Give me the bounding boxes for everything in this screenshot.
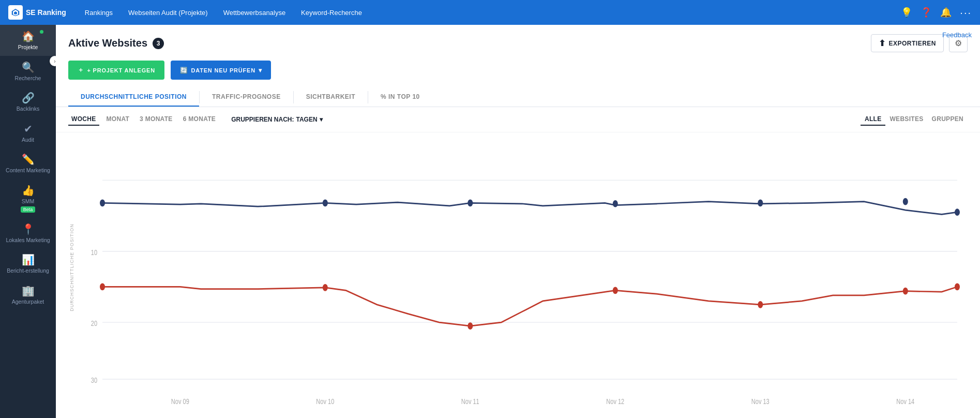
chart-controls: WOCHE MONAT 3 MONATE 6 MONATE GRUPPIEREN… (56, 107, 980, 132)
period-monat[interactable]: MONAT (103, 113, 133, 126)
sidebar-item-projekte[interactable]: 🏠 Projekte (0, 25, 56, 56)
svg-point-26 (613, 287, 618, 294)
daten-pruefen-label: DATEN NEU PRÜFEN (191, 67, 255, 73)
smm-beta-badge: Beta (21, 206, 36, 213)
group-by-value: TAGEN (296, 116, 317, 123)
home-icon: 🏠 (22, 31, 35, 41)
period-6monate[interactable]: 6 MONATE (180, 113, 219, 126)
chevron-down-icon: ▾ (259, 67, 262, 74)
sidebar-projekte-label: Projekte (18, 44, 38, 51)
chart-svg: 10 20 30 Nov 09 Nov 10 Nov 11 Nov 12 Nov… (87, 138, 968, 408)
sidebar-smm-label: SMM (22, 198, 35, 205)
report-icon: 📊 (22, 255, 35, 265)
bell-icon[interactable]: 🔔 (940, 8, 952, 17)
nav-webseiten-audit[interactable]: Webseiten Audit (Projekte) (122, 6, 214, 20)
sidebar-lokales-label: Lokales Marketing (6, 237, 50, 244)
action-buttons-row: ＋ + PROJEKT ANLEGEN 🔄 DATEN NEU PRÜFEN ▾ (68, 61, 968, 80)
help-icon[interactable]: ❓ (921, 8, 932, 17)
sidebar-agentur-label: Agenturpaket (12, 298, 44, 305)
svg-text:Nov 14: Nov 14 (896, 397, 914, 406)
nav-links: Rankings Webseiten Audit (Projekte) Wett… (79, 6, 889, 20)
sidebar-backlinks-label: Backlinks (17, 106, 39, 112)
website-count-badge: 3 (153, 38, 164, 49)
plus-icon: ＋ (78, 66, 84, 74)
sidebar-item-agenturpaket[interactable]: 🏢 Agenturpaket (0, 279, 56, 310)
sidebar-content-label: Content Marketing (6, 167, 50, 174)
svg-point-23 (100, 283, 105, 291)
tab-traffic-prognose[interactable]: TRAFFIC-PROGNOSE (200, 88, 293, 107)
location-icon: 📍 (22, 224, 35, 234)
logo-text: SE Ranking (26, 8, 66, 17)
gear-icon: ⚙ (955, 39, 962, 48)
nav-icons: 💡 ❓ 🔔 ··· (901, 7, 972, 19)
main-layout: › 🏠 Projekte 🔍 Recherche 🔗 Backlinks ✔ A… (0, 25, 980, 418)
svg-text:Nov 11: Nov 11 (461, 397, 479, 406)
sidebar-bericht-label: Bericht-erstellung (7, 267, 49, 274)
svg-text:Nov 09: Nov 09 (171, 397, 189, 406)
sidebar-item-recherche[interactable]: 🔍 Recherche (0, 56, 56, 87)
page-header-top: Aktive Websites 3 ⬆ EXPORTIEREN ⚙ (68, 34, 968, 52)
nav-wettbewerbsanalyse[interactable]: Wettbewerbsanalyse (217, 6, 292, 20)
audit-icon: ✔ (24, 124, 33, 134)
projekt-anlegen-button[interactable]: ＋ + PROJEKT ANLEGEN (68, 61, 164, 80)
sidebar-item-bericht-erstellung[interactable]: 📊 Bericht-erstellung (0, 248, 56, 279)
svg-point-22 (955, 208, 960, 216)
link-icon: 🔗 (22, 93, 35, 103)
svg-point-29 (955, 283, 960, 291)
view-tabs: ALLE WEBSITES GRUPPEN (861, 113, 968, 126)
feedback-button[interactable]: Feedback (942, 31, 972, 39)
view-gruppen[interactable]: GRUPPEN (928, 113, 968, 126)
sidebar-recherche-label: Recherche (15, 75, 41, 82)
page-header: Aktive Websites 3 ⬆ EXPORTIEREN ⚙ ＋ + P (56, 25, 980, 107)
chart-section: WOCHE MONAT 3 MONATE 6 MONATE GRUPPIEREN… (56, 107, 980, 418)
svg-point-28 (903, 288, 908, 295)
sidebar-item-backlinks[interactable]: 🔗 Backlinks (0, 86, 56, 117)
svg-point-24 (323, 284, 328, 291)
export-button[interactable]: ⬆ EXPORTIEREN (871, 34, 944, 52)
nav-rankings[interactable]: Rankings (79, 6, 119, 20)
projekt-anlegen-label: + PROJEKT ANLEGEN (87, 67, 155, 73)
svg-text:20: 20 (91, 319, 97, 327)
svg-text:Nov 13: Nov 13 (751, 397, 770, 406)
svg-text:10: 10 (91, 248, 97, 257)
period-3monate[interactable]: 3 MONATE (137, 113, 176, 126)
sidebar-audit-label: Audit (22, 137, 34, 143)
sidebar-item-content-marketing[interactable]: ✏️ Content Marketing (0, 148, 56, 179)
svg-text:Nov 12: Nov 12 (606, 397, 624, 406)
smm-icon: 👍 (22, 185, 35, 196)
refresh-icon: 🔄 (180, 67, 188, 74)
nav-keyword-recherche[interactable]: Keyword-Recherche (295, 6, 368, 20)
content-icon: ✏️ (22, 154, 35, 165)
sidebar: › 🏠 Projekte 🔍 Recherche 🔗 Backlinks ✔ A… (0, 25, 56, 418)
sidebar-item-lokales-marketing[interactable]: 📍 Lokales Marketing (0, 218, 56, 249)
y-axis-label: DURCHSCHNITTLICHE POSITION (69, 223, 74, 311)
group-by-label: GRUPPIEREN NACH: (231, 116, 294, 123)
chart-tabs-row: DURCHSCHNITTLICHE POSITION TRAFFIC-PROGN… (68, 88, 968, 107)
export-label: EXPORTIEREN (888, 40, 936, 47)
logo[interactable]: SE Ranking (8, 5, 66, 20)
view-alle[interactable]: ALLE (861, 113, 886, 126)
sidebar-item-smm[interactable]: 👍 SMM Beta (0, 179, 56, 218)
agency-icon: 🏢 (22, 286, 35, 296)
svg-point-25 (468, 322, 473, 330)
chevron-down-group-icon: ▾ (320, 116, 323, 123)
svg-point-17 (323, 200, 328, 207)
period-woche[interactable]: WOCHE (68, 113, 99, 126)
svg-text:30: 30 (91, 376, 97, 384)
chart-container: DURCHSCHNITTLICHE POSITION 10 20 30 Nov … (56, 132, 980, 418)
daten-pruefen-button[interactable]: 🔄 DATEN NEU PRÜFEN ▾ (171, 61, 271, 80)
page-title: Aktive Websites (68, 37, 147, 49)
tab-pct-top10[interactable]: % IN TOP 10 (368, 88, 432, 107)
tab-avg-position[interactable]: DURCHSCHNITTLICHE POSITION (68, 88, 199, 107)
search-icon: 🔍 (22, 62, 35, 72)
lightbulb-icon[interactable]: 💡 (901, 8, 912, 17)
sidebar-item-audit[interactable]: ✔ Audit (0, 117, 56, 148)
tab-sichtbarkeit[interactable]: SICHTBARKEIT (294, 88, 368, 107)
group-by-selector[interactable]: GRUPPIEREN NACH: TAGEN ▾ (231, 116, 322, 123)
period-tabs: WOCHE MONAT 3 MONATE 6 MONATE GRUPPIEREN… (68, 113, 323, 126)
view-websites[interactable]: WEBSITES (885, 113, 927, 126)
more-options-icon[interactable]: ··· (960, 7, 972, 19)
svg-point-16 (100, 200, 105, 207)
export-icon: ⬆ (879, 38, 886, 48)
svg-text:Nov 10: Nov 10 (316, 397, 334, 406)
